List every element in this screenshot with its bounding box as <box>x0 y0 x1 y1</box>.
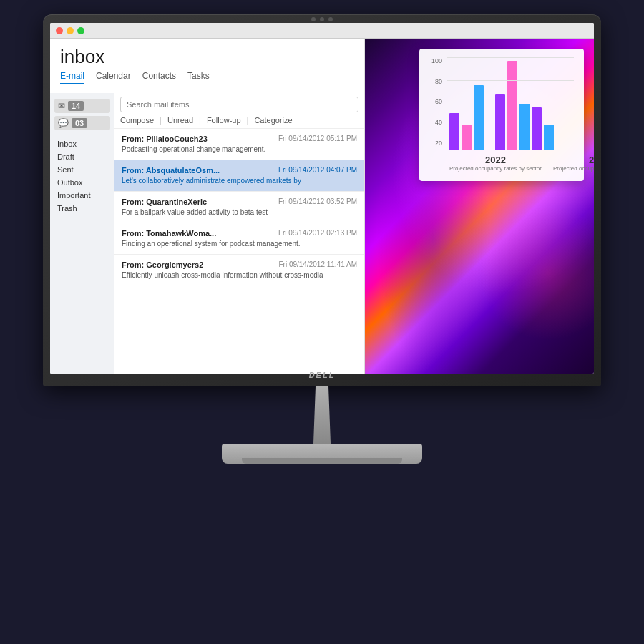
monitor-wrapper: inbox E-mail Calendar Contacts Tasks ✉ <box>29 14 615 630</box>
monitor-foot <box>222 444 422 464</box>
minimize-button[interactable] <box>67 27 74 34</box>
email-date: Fri 09/14/2012 11:41 AM <box>278 260 357 269</box>
sidebar-item-inbox[interactable]: Inbox <box>54 137 110 150</box>
bezel-dot <box>311 17 316 21</box>
maximize-button[interactable] <box>77 27 84 34</box>
bar-2023-pink <box>507 61 517 150</box>
chat-icon: 💬 <box>58 118 69 128</box>
email-preview: Podcasting operational change management… <box>122 145 357 154</box>
bar-2023-blue <box>519 104 530 150</box>
email-from: From: TomahawkWoma... <box>122 229 216 238</box>
y-label-20: 20 <box>429 140 442 147</box>
email-date: Fri 09/14/2012 03:52 PM <box>278 197 357 206</box>
bezel-dot <box>328 17 333 21</box>
email-date: Fri 09/14/2012 02:13 PM <box>278 229 357 238</box>
tab-email[interactable]: E-mail <box>60 71 84 84</box>
email-actions: Compose | Unread | Follow-up | Categoriz… <box>120 116 358 125</box>
sidebar-nav: Inbox Draft Sent Outbox Important Trash <box>54 137 110 215</box>
sep3: | <box>247 116 249 125</box>
sidebar-item-outbox[interactable]: Outbox <box>54 176 110 189</box>
chart-label-2023: 2023 Projected occupancy rates by sector <box>553 155 594 172</box>
app-title: inbox <box>60 46 354 68</box>
followup-button[interactable]: Follow-up <box>207 116 241 125</box>
bar-2022-purple <box>449 113 459 150</box>
email-from: From: PillalooCouch23 <box>122 135 208 143</box>
sep2: | <box>199 116 201 125</box>
email-date: Fri 09/14/2012 05:11 PM <box>278 135 357 143</box>
chart-group-2022 <box>449 85 484 150</box>
y-label-100: 100 <box>429 57 442 64</box>
y-label-40: 40 <box>429 119 442 126</box>
email-from: From: Georgiemyers2 <box>122 260 203 269</box>
email-date: Fri 09/14/2012 04:07 PM <box>278 166 357 175</box>
email-body: ✉ 14 💬 03 Inbox Draft Sent <box>50 93 364 374</box>
email-preview: Finding an operational system for podcas… <box>122 239 357 248</box>
email-app: inbox E-mail Calendar Contacts Tasks ✉ <box>50 39 365 374</box>
bezel-dot <box>320 17 324 21</box>
close-button[interactable] <box>56 27 63 34</box>
window-chrome <box>50 23 594 39</box>
email-list-panel: Compose | Unread | Follow-up | Categoriz… <box>114 93 364 374</box>
chart-overlay: 100 80 60 40 20 <box>419 49 584 181</box>
message-badge-row[interactable]: 💬 03 <box>54 116 110 130</box>
sidebar: ✉ 14 💬 03 Inbox Draft Sent <box>50 93 114 374</box>
email-item[interactable]: From: TomahawkWoma... Fri 09/14/2012 02:… <box>114 223 364 255</box>
email-toolbar: Compose | Unread | Follow-up | Categoriz… <box>114 93 364 129</box>
email-item[interactable]: From: PillalooCouch23 Fri 09/14/2012 05:… <box>114 129 364 160</box>
chart-label-2022: 2022 Projected occupancy rates by sector <box>449 155 542 172</box>
email-list: From: PillalooCouch23 Fri 09/14/2012 05:… <box>114 129 364 374</box>
email-preview: For a ballpark value added activity to b… <box>122 208 357 217</box>
message-count: 03 <box>72 118 87 128</box>
bar-2022-pink <box>462 125 472 150</box>
compose-button[interactable]: Compose <box>120 116 154 125</box>
email-from: From: AbsquatulateOsm... <box>122 166 220 175</box>
sidebar-item-draft[interactable]: Draft <box>54 150 110 163</box>
sidebar-item-sent[interactable]: Sent <box>54 163 110 176</box>
right-panel: 100 80 60 40 20 <box>365 39 594 374</box>
sidebar-item-important[interactable]: Important <box>54 189 110 202</box>
bar-2023-purple2 <box>532 107 542 150</box>
screen: inbox E-mail Calendar Contacts Tasks ✉ <box>50 23 594 374</box>
screen-content: inbox E-mail Calendar Contacts Tasks ✉ <box>50 39 594 374</box>
categorize-button[interactable]: Categorize <box>254 116 292 125</box>
y-label-80: 80 <box>429 78 442 85</box>
bar-2023-purple <box>495 94 505 150</box>
y-label-60: 60 <box>429 98 442 105</box>
email-item[interactable]: From: Georgiemyers2 Fri 09/14/2012 11:41… <box>114 255 364 286</box>
email-item[interactable]: From: AbsquatulateOsm... Fri 09/14/2012 … <box>114 160 364 192</box>
email-preview: Let's collaboratively administrate empow… <box>122 176 357 185</box>
monitor-top-bar <box>311 17 333 21</box>
email-preview: Efficiently unleash cross-media informat… <box>122 270 357 280</box>
mail-badge-row[interactable]: ✉ 14 <box>54 99 110 113</box>
tab-tasks[interactable]: Tasks <box>187 71 210 84</box>
monitor-neck <box>301 386 343 444</box>
monitor-bezel: inbox E-mail Calendar Contacts Tasks ✉ <box>43 14 601 386</box>
mail-icon: ✉ <box>58 101 65 111</box>
bar-2022-blue <box>474 85 484 150</box>
email-header: inbox E-mail Calendar Contacts Tasks <box>50 39 364 93</box>
email-from: From: QuarantineXeric <box>122 197 207 206</box>
tab-calendar[interactable]: Calendar <box>96 71 131 84</box>
tab-contacts[interactable]: Contacts <box>142 71 176 84</box>
unread-button[interactable]: Unread <box>167 116 193 125</box>
mail-count: 14 <box>68 101 84 111</box>
search-input[interactable] <box>120 97 358 112</box>
sep1: | <box>160 116 162 125</box>
sidebar-item-trash[interactable]: Trash <box>54 202 110 215</box>
dell-logo: DELL <box>309 371 336 379</box>
bar-2023-blue2 <box>544 125 554 150</box>
chart-group-2023 <box>495 61 554 150</box>
email-nav: E-mail Calendar Contacts Tasks <box>60 71 354 84</box>
email-item[interactable]: From: QuarantineXeric Fri 09/14/2012 03:… <box>114 192 364 223</box>
